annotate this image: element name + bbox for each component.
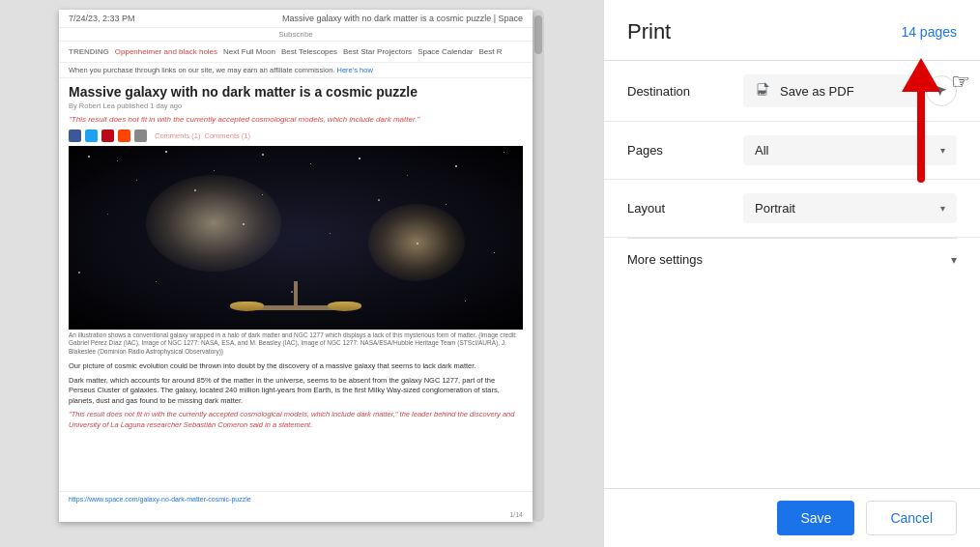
preview-date: 7/24/23, 2:33 PM (69, 14, 135, 23)
article-body: Our picture of cosmic evolution could be… (59, 358, 533, 438)
expand-icon: ▾ (951, 253, 957, 267)
twitter-icon[interactable] (85, 130, 98, 142)
nav-item-3: Best Telescopes (281, 47, 337, 56)
affiliate-notice: When you purchase through links on our s… (59, 63, 533, 78)
preview-header: 7/24/23, 2:33 PM Massive galaxy with no … (59, 10, 533, 28)
cursor-icon (934, 83, 949, 99)
nav-item-4: Best Star Projectors (343, 47, 412, 56)
article-image (69, 146, 523, 330)
share-icon[interactable] (134, 130, 147, 142)
comments-text[interactable]: Comments (1) (205, 131, 251, 140)
page-preview: 7/24/23, 2:33 PM Massive galaxy with no … (59, 10, 533, 522)
chevron-down-icon: ▾ (940, 145, 945, 156)
destination-control: PDF Save as PDF (743, 74, 957, 107)
layout-label: Layout (627, 201, 743, 216)
body-paragraph-3: "This result does not fit in with the cu… (69, 410, 523, 430)
preview-panel: 7/24/23, 2:33 PM Massive galaxy with no … (0, 0, 603, 547)
reddit-icon[interactable] (118, 130, 130, 142)
cancel-button[interactable]: Cancel (866, 501, 957, 535)
galaxy-glow-left (146, 175, 281, 272)
change-destination-button[interactable] (926, 75, 957, 106)
pages-label: Pages (627, 143, 743, 158)
layout-row: Layout Portrait ▾ (604, 180, 980, 238)
settings-footer: Save Cancel (604, 488, 980, 547)
scrollbar[interactable] (533, 10, 544, 522)
nav-item-1: Oppenheimer and black holes (115, 47, 217, 56)
destination-label: Destination (627, 84, 743, 99)
destination-value: Save as PDF (780, 84, 854, 99)
nav-trending: TRENDING (69, 47, 109, 56)
body-paragraph-1: Our picture of cosmic evolution could be… (69, 361, 523, 372)
print-title: Print (627, 19, 671, 44)
article-byline: By Robert Lea published 1 day ago (59, 101, 533, 113)
chevron-down-icon-layout: ▾ (940, 203, 945, 214)
save-button[interactable]: Save (777, 501, 854, 535)
settings-panel: Print 14 pages Destination PDF Save as P… (603, 0, 980, 547)
pdf-icon: PDF (755, 82, 772, 100)
destination-button[interactable]: PDF Save as PDF (743, 74, 918, 107)
nav-item-5: Space Calendar (418, 47, 473, 56)
layout-value: Portrait (755, 201, 795, 216)
pages-control: All ▾ (743, 135, 957, 165)
preview-article-title: Massive galaxy with no dark matter is a … (282, 14, 523, 23)
article-nav: TRENDING Oppenheimer and black holes Nex… (59, 42, 533, 63)
pages-select[interactable]: All ▾ (743, 135, 957, 165)
page-number: 1/14 (509, 511, 523, 518)
settings-body: Destination PDF Save as PDF (604, 61, 980, 488)
comments-link[interactable]: Comments (1) (155, 131, 201, 140)
scrollbar-thumb[interactable] (534, 15, 542, 54)
body-paragraph-2: Dark matter, which accounts for around 8… (69, 376, 523, 407)
pinterest-icon[interactable] (101, 130, 114, 142)
layout-select[interactable]: Portrait ▾ (743, 193, 957, 223)
pages-count: 14 pages (901, 24, 957, 40)
facebook-icon[interactable] (69, 130, 81, 142)
settings-header: Print 14 pages (604, 0, 980, 61)
subscribe-bar: Subscribe (59, 28, 533, 42)
galaxy-glow-right (368, 204, 465, 281)
more-settings-row[interactable]: More settings ▾ (604, 239, 980, 280)
pages-row: Pages All ▾ (604, 122, 980, 180)
destination-row: Destination PDF Save as PDF (604, 61, 980, 122)
article-pull-quote: "This result does not fit in with the cu… (59, 113, 533, 128)
more-settings-label: More settings (627, 252, 703, 267)
nav-item-6: Best R (479, 47, 503, 56)
article-footer-url: https://www.space.com/galaxy-no-dark-mat… (59, 491, 533, 506)
image-caption: An illustration shows a conventional gal… (59, 330, 533, 358)
social-share: Comments (1) Comments (1) (59, 128, 533, 146)
article-title: Massive galaxy with no dark matter is a … (59, 78, 533, 101)
affiliate-link[interactable]: Here's how (337, 66, 373, 74)
svg-text:PDF: PDF (759, 91, 766, 95)
nav-item-2: Next Full Moon (223, 47, 275, 56)
layout-control: Portrait ▾ (743, 193, 957, 223)
pages-value: All (755, 143, 768, 158)
